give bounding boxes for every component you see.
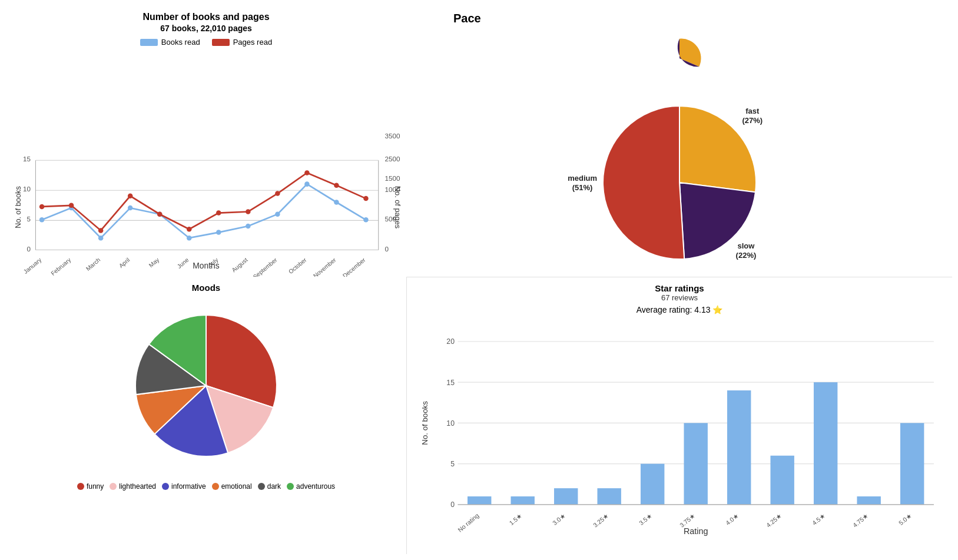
moods-legend-label: dark: [267, 482, 281, 491]
svg-text:3.0★: 3.0★: [551, 512, 567, 526]
line-chart-legend: Books read Pages read: [140, 38, 272, 47]
svg-point-37: [216, 230, 221, 235]
svg-text:November: November: [312, 256, 337, 277]
moods-legend-label: emotional: [221, 482, 252, 491]
svg-rect-84: [770, 456, 794, 505]
svg-point-47: [157, 211, 163, 217]
svg-point-45: [98, 228, 104, 233]
legend-books-color: [140, 39, 158, 46]
svg-text:1.5★: 1.5★: [508, 512, 523, 526]
svg-text:15: 15: [23, 155, 31, 163]
moods-legend-dot: [212, 483, 219, 490]
svg-text:fast(27%): fast(27%): [742, 107, 763, 125]
svg-text:4.0★: 4.0★: [724, 512, 740, 526]
svg-text:4.25★: 4.25★: [765, 512, 783, 529]
legend-pages-label: Pages read: [233, 38, 273, 47]
svg-point-41: [334, 200, 339, 205]
legend-pages: Pages read: [212, 38, 273, 47]
svg-text:February: February: [49, 256, 72, 277]
svg-point-42: [363, 217, 369, 223]
bar-chart-wrapper: 05101520No. of booksRatingNo rating1.5★3…: [419, 317, 940, 548]
line-chart-svg: 0 5 10 15 0 500 1000 1500 2500 3500 No. …: [12, 50, 400, 277]
moods-legend-label: informative: [171, 482, 206, 491]
svg-text:10: 10: [23, 185, 31, 193]
books-count: 67 books: [160, 24, 196, 33]
svg-point-50: [246, 209, 251, 214]
svg-text:No rating: No rating: [456, 512, 480, 534]
dashboard: Number of books and pages 67 books, 22,0…: [0, 0, 958, 560]
svg-text:October: October: [287, 256, 308, 275]
svg-text:January: January: [22, 256, 43, 275]
ratings-subtitle: 67 reviews: [419, 293, 940, 302]
pace-title: Pace: [453, 12, 481, 25]
svg-text:May: May: [148, 256, 161, 269]
svg-point-34: [128, 206, 133, 211]
moods-legend-item: lighthearted: [110, 482, 156, 491]
svg-rect-78: [641, 464, 664, 505]
svg-point-54: [363, 196, 369, 201]
svg-text:slow(22%): slow(22%): [735, 241, 756, 260]
svg-text:March: March: [85, 257, 102, 272]
svg-rect-74: [554, 488, 578, 505]
svg-point-31: [39, 217, 45, 223]
svg-text:0: 0: [26, 245, 31, 253]
moods-pie-svg: [94, 297, 318, 474]
moods-legend-label: funny: [87, 482, 104, 491]
svg-text:June: June: [176, 256, 190, 270]
pace-chart-svg: [562, 31, 797, 82]
svg-point-38: [246, 224, 251, 229]
svg-point-40: [304, 181, 310, 187]
svg-text:1500: 1500: [384, 174, 400, 182]
svg-rect-86: [814, 382, 837, 505]
moods-legend-dot: [287, 483, 294, 490]
ratings-section: Star ratings 67 reviews Average rating: …: [406, 277, 952, 554]
svg-text:10: 10: [446, 419, 455, 428]
svg-text:April: April: [118, 257, 131, 269]
svg-point-36: [187, 236, 192, 241]
moods-title: Moods: [192, 283, 220, 293]
line-chart-container: 0 5 10 15 0 500 1000 1500 2500 3500 No. …: [12, 50, 400, 277]
svg-point-39: [275, 211, 280, 217]
svg-text:4.5★: 4.5★: [811, 512, 827, 526]
svg-text:5: 5: [450, 460, 455, 468]
moods-legend-dot: [258, 483, 265, 490]
svg-text:5.0★: 5.0★: [897, 512, 913, 526]
svg-text:No. of books: No. of books: [421, 401, 430, 445]
svg-text:No. of books: No. of books: [14, 186, 22, 228]
pace-section: Pace fast(27%)slow(22%)medium(51%): [406, 6, 952, 277]
moods-legend: funnylightheartedinformativeemotionaldar…: [77, 482, 335, 491]
svg-point-33: [98, 236, 104, 241]
line-chart-title: Number of books and pages: [142, 12, 269, 22]
svg-text:medium(51%): medium(51%): [568, 174, 597, 192]
moods-section: Moods funnylightheartedinformativeemotio…: [6, 277, 406, 554]
svg-text:20: 20: [446, 337, 455, 346]
pace-pie-wrapper: fast(27%)slow(22%)medium(51%): [562, 82, 797, 271]
svg-point-46: [128, 194, 133, 199]
avg-rating-text: Average rating: 4.13: [637, 305, 711, 314]
svg-text:3500: 3500: [384, 132, 400, 140]
svg-text:No. of pages: No. of pages: [393, 186, 400, 228]
svg-text:3.5★: 3.5★: [638, 512, 654, 526]
svg-rect-82: [727, 390, 751, 505]
svg-text:August: August: [230, 256, 248, 273]
svg-rect-76: [597, 488, 621, 505]
moods-legend-item: adventurous: [287, 482, 335, 491]
svg-rect-70: [468, 496, 491, 505]
legend-pages-color: [212, 39, 230, 46]
svg-point-53: [334, 183, 339, 188]
moods-legend-dot: [110, 483, 117, 490]
svg-text:15: 15: [446, 379, 455, 387]
svg-point-43: [39, 204, 45, 210]
moods-legend-dot: [162, 483, 169, 490]
svg-text:2500: 2500: [384, 155, 400, 163]
svg-rect-88: [857, 496, 880, 505]
moods-legend-label: lighthearted: [119, 482, 156, 491]
svg-text:September: September: [252, 256, 279, 277]
moods-legend-dot: [77, 483, 84, 490]
legend-books-label: Books read: [161, 38, 200, 47]
pages-count: , 22,010 pages: [196, 24, 252, 33]
line-chart-section: Number of books and pages 67 books, 22,0…: [6, 6, 406, 277]
line-chart-subtitle: 67 books, 22,010 pages: [160, 24, 252, 33]
legend-books: Books read: [140, 38, 200, 47]
moods-pie-wrapper: [94, 297, 318, 476]
